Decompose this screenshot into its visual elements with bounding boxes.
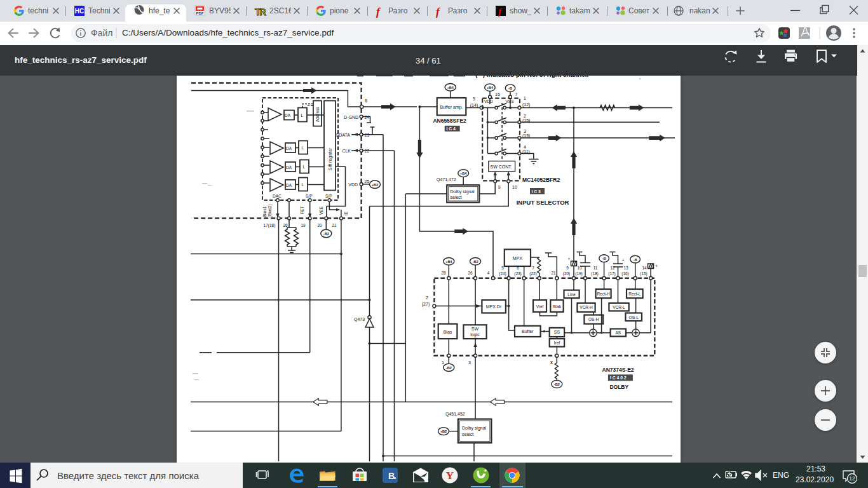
svg-text:+B4: +B4 (460, 172, 467, 175)
svg-text:9: 9 (498, 185, 501, 189)
svg-text:MC14052BFR2: MC14052BFR2 (522, 177, 560, 183)
svg-text:14: 14 (642, 266, 647, 270)
svg-text:SS: SS (554, 330, 560, 334)
svg-text:Line: Line (567, 292, 576, 297)
svg-text:DA: DA (286, 165, 292, 170)
svg-text:DA: DA (285, 113, 291, 118)
svg-text:(19): (19) (575, 271, 583, 276)
svg-text:L: L (303, 165, 306, 169)
svg-text:-B2: -B2 (554, 383, 560, 386)
svg-text:(17): (17) (608, 271, 616, 276)
svg-text:VDD: VDD (348, 182, 358, 187)
svg-text:3: 3 (468, 360, 471, 365)
svg-text:1: 1 (442, 360, 444, 365)
svg-text:8: 8 (550, 360, 553, 365)
svg-text:12: 12 (610, 266, 615, 270)
svg-text:4: 4 (524, 145, 526, 149)
svg-text:TR: TR (255, 6, 266, 17)
svg-text:AN6558SFE2: AN6558SFE2 (433, 118, 466, 124)
svg-text:(15): (15) (640, 271, 648, 276)
svg-text:(20): (20) (563, 271, 571, 276)
svg-text:OS-H: OS-H (588, 317, 599, 322)
svg-text:(12): (12) (522, 102, 530, 107)
svg-text:f: f (436, 6, 441, 18)
svg-text:-B2: -B2 (446, 366, 452, 370)
svg-text:select: select (462, 432, 473, 437)
svg-text:25: 25 (365, 179, 370, 184)
svg-text:23: 23 (365, 133, 370, 137)
svg-text:+B2: +B2 (440, 430, 447, 433)
svg-text:-B2: -B2 (323, 232, 329, 236)
svg-text:Vref: Vref (536, 304, 544, 309)
svg-text:I C 4 0 2: I C 4 0 2 (610, 376, 627, 380)
svg-text:Buffer amp.: Buffer amp. (440, 105, 463, 110)
svg-text:8: 8 (365, 98, 367, 103)
svg-text:Y: Y (446, 470, 454, 482)
svg-text:I C 4: I C 4 (447, 126, 456, 131)
svg-text:L: L (301, 113, 304, 118)
svg-text:DOLBY: DOLBY (609, 384, 628, 390)
svg-text:24: 24 (365, 115, 370, 119)
svg-text:12: 12 (849, 475, 855, 482)
svg-text:20: 20 (317, 223, 322, 227)
svg-text:13: 13 (623, 266, 628, 270)
svg-text:21: 21 (551, 271, 556, 275)
svg-text:D-GND: D-GND (344, 115, 358, 119)
svg-text:SW: SW (471, 327, 479, 331)
svg-text:f: f (376, 6, 381, 18)
svg-text:MPX: MPX (513, 256, 523, 261)
svg-text:Dolby signal: Dolby signal (451, 189, 475, 194)
svg-text:VCR-H: VCR-H (580, 305, 593, 309)
svg-text:5: 5 (473, 97, 475, 101)
svg-text:9: 9 (566, 266, 569, 270)
svg-text:11: 11 (593, 266, 598, 270)
svg-text:Rect-H: Rect-H (597, 292, 610, 296)
svg-text:+: + (622, 258, 625, 262)
svg-text:(27): (27) (422, 302, 430, 307)
svg-text:НС: НС (75, 8, 84, 15)
svg-text:(24): (24) (499, 271, 506, 276)
svg-text:logic: logic (470, 332, 480, 337)
svg-text:(18): (18) (591, 271, 599, 276)
svg-text:+: + (655, 264, 658, 268)
svg-text:Stab: Stab (553, 304, 562, 309)
svg-text:FET: FET (300, 207, 304, 214)
svg-text:16: 16 (495, 92, 500, 97)
svg-text:+B4: +B4 (487, 86, 494, 90)
svg-text:IE: IE (344, 211, 348, 215)
svg-text:-B: -B (634, 258, 637, 262)
svg-text:-B2: -B2 (473, 260, 478, 264)
svg-text:(Bias2): (Bias2) (268, 204, 273, 217)
svg-text:28: 28 (441, 271, 446, 275)
svg-text:(14): (14) (470, 103, 478, 108)
svg-text:SDATA: SDATA (336, 133, 351, 137)
svg-text:S/P: S/P (306, 194, 312, 198)
svg-text:(22): (22) (529, 271, 537, 276)
svg-text:Rect-L: Rect-L (628, 292, 641, 296)
svg-text:CLK: CLK (342, 149, 351, 153)
svg-text:26: 26 (468, 271, 473, 275)
svg-text:17(18): 17(18) (264, 223, 276, 228)
svg-text:Dolby signal: Dolby signal (462, 426, 487, 431)
svg-text:3: 3 (524, 129, 526, 133)
svg-text:DAC: DAC (273, 194, 281, 198)
svg-text:OS-L: OS-L (629, 315, 639, 320)
svg-text:19: 19 (301, 223, 306, 227)
svg-text:B: B (388, 471, 395, 481)
svg-text:S/P: S/P (325, 194, 332, 198)
svg-text:L: L (302, 146, 304, 150)
svg-text:select: select (451, 195, 462, 200)
svg-text:INPUT SELECTOR: INPUT SELECTOR (517, 199, 569, 206)
svg-text:Address: Address (315, 106, 320, 122)
svg-text:Q471,472: Q471,472 (437, 177, 456, 182)
svg-text:-B: -B (508, 86, 512, 90)
svg-text:21: 21 (332, 223, 337, 227)
svg-text:(23): (23) (514, 271, 522, 276)
svg-text:(16): (16) (621, 271, 629, 276)
svg-text:1: 1 (524, 96, 526, 100)
svg-text:+B4: +B4 (447, 86, 454, 90)
svg-text:10: 10 (512, 185, 517, 189)
svg-text:+B2: +B2 (372, 183, 378, 187)
svg-text:VCR-L: VCR-L (613, 305, 625, 309)
svg-text:( ) indicates pin No. of rig: ( ) indicates pin No. of right channel. (475, 76, 589, 78)
